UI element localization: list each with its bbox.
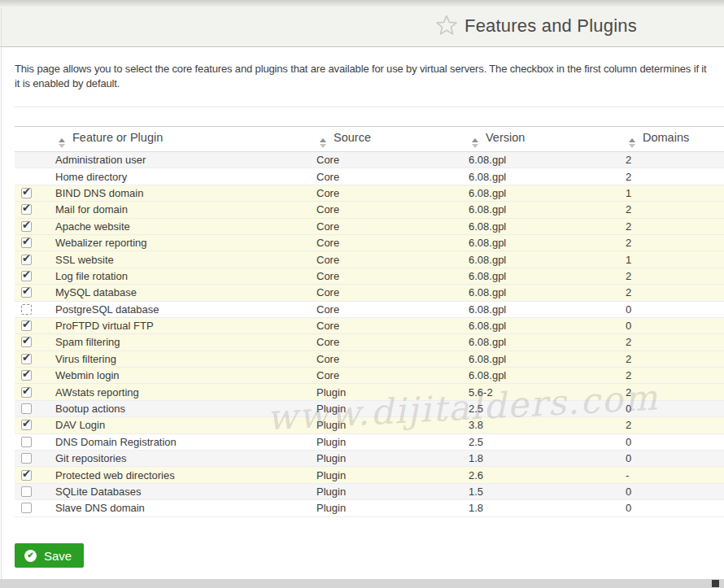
feature-cell: PostgreSQL database (55, 301, 316, 317)
feature-cell: MySQL database (55, 285, 316, 301)
feature-cell: ProFTPD virtual FTP (55, 317, 316, 333)
section-divider (15, 107, 724, 107)
domains-cell: 2 (626, 234, 724, 250)
feature-checkbox[interactable] (21, 304, 32, 315)
table-row: SQLite DatabasesPlugin1.50 (15, 483, 724, 499)
feature-cell: Apache website (55, 218, 316, 234)
feature-checkbox[interactable] (21, 486, 32, 497)
source-cell: Core (316, 334, 469, 351)
checkbox-cell (15, 400, 55, 416)
description-line-2: it is enabled by default. (15, 76, 724, 91)
checkbox-cell (15, 268, 55, 284)
feature-checkbox[interactable] (21, 237, 32, 248)
feature-checkbox[interactable] (21, 337, 32, 347)
sort-arrows-icon[interactable] (59, 138, 65, 148)
feature-checkbox[interactable] (21, 453, 32, 464)
checkbox-cell (15, 467, 55, 483)
feature-cell: BIND DNS domain (55, 185, 316, 201)
checkbox-cell (15, 168, 55, 185)
domains-cell: 2 (626, 285, 724, 301)
version-cell: 6.08.gpl (469, 168, 626, 185)
table-row: Administration userCore6.08.gpl2 (15, 152, 724, 168)
checkbox-cell (15, 317, 55, 333)
domains-cell: 2 (626, 168, 724, 185)
checkbox-column-header (15, 127, 55, 152)
source-cell: Plugin (316, 451, 469, 467)
column-label: Feature or Plugin (72, 131, 163, 144)
table-row: DAV LoginPlugin3.82 (15, 417, 724, 433)
version-cell: 6.08.gpl (469, 317, 626, 333)
feature-checkbox[interactable] (21, 320, 32, 331)
table-row: MySQL databaseCore6.08.gpl2 (15, 285, 724, 301)
feature-checkbox[interactable] (21, 255, 32, 265)
sort-arrows-icon[interactable] (629, 138, 635, 148)
version-cell: 3.8 (469, 417, 626, 433)
feature-checkbox[interactable] (21, 437, 32, 447)
version-cell: 1.8 (469, 451, 626, 467)
domains-cell: 0 (626, 400, 724, 416)
feature-checkbox[interactable] (21, 188, 32, 198)
feature-checkbox[interactable] (21, 221, 32, 232)
domains-cell: 0 (626, 317, 724, 333)
feature-cell: Virus filtering (55, 351, 316, 367)
column-header-feature[interactable]: Feature or Plugin (55, 127, 316, 152)
sort-arrows-icon[interactable] (472, 138, 478, 148)
star-icon (435, 14, 458, 37)
table-row: Virus filteringCore6.08.gpl2 (15, 351, 724, 367)
version-cell: 6.08.gpl (469, 202, 626, 218)
version-cell: 2.5 (469, 433, 626, 450)
feature-cell: Webmin login (55, 368, 316, 384)
column-header-domains[interactable]: Domains (626, 127, 724, 152)
column-header-source[interactable]: Source (316, 127, 469, 152)
version-cell: 1.5 (469, 483, 626, 499)
footer-corner-mark (712, 580, 719, 587)
checkbox-cell (15, 351, 55, 367)
domains-cell: 2 (626, 334, 724, 351)
version-cell: 6.08.gpl (469, 234, 626, 250)
version-cell: 6.08.gpl (469, 285, 626, 301)
feature-checkbox[interactable] (21, 403, 32, 414)
table-row: Protected web directoriesPlugin2.6- (15, 467, 724, 483)
source-cell: Core (316, 218, 469, 234)
source-cell: Core (316, 317, 469, 333)
domains-cell: - (626, 467, 724, 483)
feature-checkbox[interactable] (21, 354, 32, 364)
left-edge-divider (1, 8, 2, 587)
feature-cell: Administration user (55, 152, 316, 168)
checkbox-cell (15, 483, 55, 499)
table-row: DNS Domain RegistrationPlugin2.50 (15, 433, 724, 450)
feature-checkbox[interactable] (21, 503, 32, 513)
sort-arrows-icon[interactable] (320, 138, 326, 148)
domains-cell: 2 (626, 368, 724, 384)
feature-cell: Webalizer reporting (55, 234, 316, 250)
version-cell: 5.6-2 (469, 384, 626, 400)
feature-cell: Bootup actions (55, 400, 316, 416)
checkbox-cell (15, 218, 55, 234)
source-cell: Plugin (316, 483, 469, 499)
table-row: PostgreSQL databaseCore6.08.gpl0 (15, 301, 724, 317)
version-cell: 6.08.gpl (469, 251, 626, 268)
checkbox-cell (15, 334, 55, 351)
feature-checkbox[interactable] (21, 387, 32, 398)
footer-strip (0, 579, 724, 588)
feature-checkbox[interactable] (21, 370, 32, 381)
checkbox-cell (15, 384, 55, 400)
feature-checkbox[interactable] (21, 287, 32, 298)
save-button[interactable]: Save (15, 543, 84, 568)
version-cell: 2.6 (469, 467, 626, 483)
feature-checkbox[interactable] (21, 470, 32, 481)
feature-cell: SQLite Databases (55, 483, 316, 499)
column-header-version[interactable]: Version (469, 127, 626, 152)
feature-checkbox[interactable] (21, 420, 32, 430)
source-cell: Core (316, 285, 469, 301)
checkbox-cell (15, 301, 55, 317)
version-cell: 6.08.gpl (469, 152, 626, 168)
version-cell: 1.8 (469, 500, 626, 516)
feature-checkbox[interactable] (21, 271, 32, 281)
feature-checkbox[interactable] (21, 204, 32, 215)
version-cell: 6.08.gpl (469, 185, 626, 201)
domains-cell: 1 (626, 251, 724, 268)
column-label: Domains (643, 131, 689, 144)
feature-cell: SSL website (55, 251, 316, 268)
source-cell: Core (316, 234, 469, 250)
